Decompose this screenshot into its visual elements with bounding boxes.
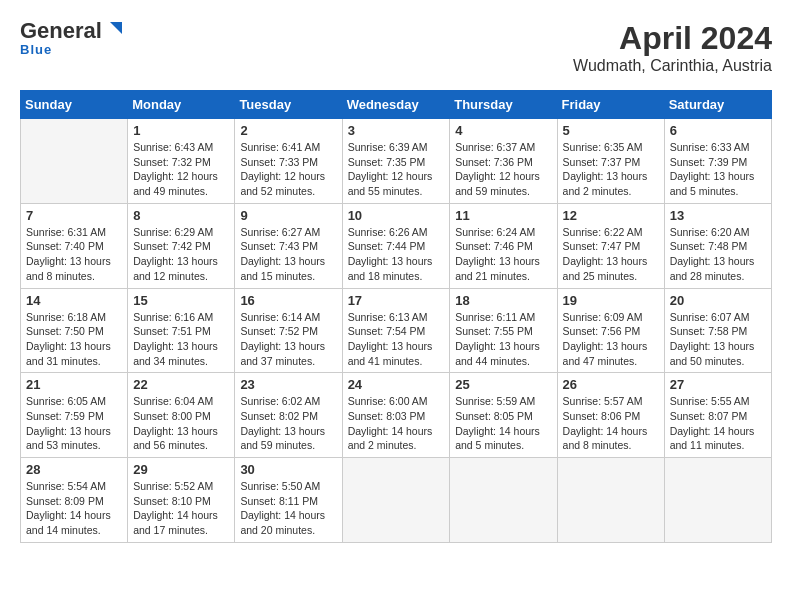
day-info: Sunrise: 5:54 AMSunset: 8:09 PMDaylight:… — [26, 479, 122, 538]
day-number: 14 — [26, 293, 122, 308]
day-info: Sunrise: 6:02 AMSunset: 8:02 PMDaylight:… — [240, 394, 336, 453]
calendar-cell — [342, 458, 450, 543]
day-number: 8 — [133, 208, 229, 223]
calendar-cell: 24Sunrise: 6:00 AMSunset: 8:03 PMDayligh… — [342, 373, 450, 458]
day-number: 10 — [348, 208, 445, 223]
title-area: April 2024 Wudmath, Carinthia, Austria — [573, 20, 772, 75]
day-number: 16 — [240, 293, 336, 308]
day-info: Sunrise: 6:31 AMSunset: 7:40 PMDaylight:… — [26, 225, 122, 284]
calendar-cell: 22Sunrise: 6:04 AMSunset: 8:00 PMDayligh… — [128, 373, 235, 458]
page-header: General Blue April 2024 Wudmath, Carinth… — [20, 20, 772, 75]
day-info: Sunrise: 6:14 AMSunset: 7:52 PMDaylight:… — [240, 310, 336, 369]
day-number: 24 — [348, 377, 445, 392]
col-thursday: Thursday — [450, 91, 557, 119]
logo-general: General — [20, 20, 102, 42]
day-info: Sunrise: 6:07 AMSunset: 7:58 PMDaylight:… — [670, 310, 766, 369]
day-info: Sunrise: 6:00 AMSunset: 8:03 PMDaylight:… — [348, 394, 445, 453]
day-number: 20 — [670, 293, 766, 308]
calendar-cell: 2Sunrise: 6:41 AMSunset: 7:33 PMDaylight… — [235, 119, 342, 204]
day-info: Sunrise: 6:26 AMSunset: 7:44 PMDaylight:… — [348, 225, 445, 284]
calendar-cell: 16Sunrise: 6:14 AMSunset: 7:52 PMDayligh… — [235, 288, 342, 373]
day-number: 21 — [26, 377, 122, 392]
day-info: Sunrise: 5:59 AMSunset: 8:05 PMDaylight:… — [455, 394, 551, 453]
col-monday: Monday — [128, 91, 235, 119]
day-number: 12 — [563, 208, 659, 223]
calendar-cell: 15Sunrise: 6:16 AMSunset: 7:51 PMDayligh… — [128, 288, 235, 373]
calendar-cell: 3Sunrise: 6:39 AMSunset: 7:35 PMDaylight… — [342, 119, 450, 204]
day-info: Sunrise: 5:52 AMSunset: 8:10 PMDaylight:… — [133, 479, 229, 538]
calendar-cell: 25Sunrise: 5:59 AMSunset: 8:05 PMDayligh… — [450, 373, 557, 458]
day-number: 17 — [348, 293, 445, 308]
calendar-cell: 7Sunrise: 6:31 AMSunset: 7:40 PMDaylight… — [21, 203, 128, 288]
day-number: 9 — [240, 208, 336, 223]
col-friday: Friday — [557, 91, 664, 119]
day-number: 26 — [563, 377, 659, 392]
day-info: Sunrise: 6:04 AMSunset: 8:00 PMDaylight:… — [133, 394, 229, 453]
day-info: Sunrise: 6:39 AMSunset: 7:35 PMDaylight:… — [348, 140, 445, 199]
calendar-week-row: 1Sunrise: 6:43 AMSunset: 7:32 PMDaylight… — [21, 119, 772, 204]
day-number: 30 — [240, 462, 336, 477]
logo: General Blue — [20, 20, 124, 57]
calendar-table: Sunday Monday Tuesday Wednesday Thursday… — [20, 90, 772, 543]
day-number: 11 — [455, 208, 551, 223]
calendar-cell — [557, 458, 664, 543]
day-info: Sunrise: 6:33 AMSunset: 7:39 PMDaylight:… — [670, 140, 766, 199]
calendar-cell: 23Sunrise: 6:02 AMSunset: 8:02 PMDayligh… — [235, 373, 342, 458]
svg-marker-0 — [110, 22, 122, 34]
calendar-cell: 28Sunrise: 5:54 AMSunset: 8:09 PMDayligh… — [21, 458, 128, 543]
calendar-title: April 2024 — [573, 20, 772, 57]
calendar-cell: 30Sunrise: 5:50 AMSunset: 8:11 PMDayligh… — [235, 458, 342, 543]
calendar-cell: 14Sunrise: 6:18 AMSunset: 7:50 PMDayligh… — [21, 288, 128, 373]
day-info: Sunrise: 6:37 AMSunset: 7:36 PMDaylight:… — [455, 140, 551, 199]
day-info: Sunrise: 6:18 AMSunset: 7:50 PMDaylight:… — [26, 310, 122, 369]
calendar-week-row: 14Sunrise: 6:18 AMSunset: 7:50 PMDayligh… — [21, 288, 772, 373]
col-saturday: Saturday — [664, 91, 771, 119]
calendar-week-row: 21Sunrise: 6:05 AMSunset: 7:59 PMDayligh… — [21, 373, 772, 458]
day-number: 19 — [563, 293, 659, 308]
day-info: Sunrise: 6:11 AMSunset: 7:55 PMDaylight:… — [455, 310, 551, 369]
col-wednesday: Wednesday — [342, 91, 450, 119]
day-info: Sunrise: 6:24 AMSunset: 7:46 PMDaylight:… — [455, 225, 551, 284]
day-number: 1 — [133, 123, 229, 138]
day-info: Sunrise: 6:20 AMSunset: 7:48 PMDaylight:… — [670, 225, 766, 284]
calendar-cell: 9Sunrise: 6:27 AMSunset: 7:43 PMDaylight… — [235, 203, 342, 288]
day-number: 18 — [455, 293, 551, 308]
calendar-cell: 4Sunrise: 6:37 AMSunset: 7:36 PMDaylight… — [450, 119, 557, 204]
day-info: Sunrise: 6:43 AMSunset: 7:32 PMDaylight:… — [133, 140, 229, 199]
day-number: 2 — [240, 123, 336, 138]
day-number: 25 — [455, 377, 551, 392]
day-info: Sunrise: 6:22 AMSunset: 7:47 PMDaylight:… — [563, 225, 659, 284]
day-info: Sunrise: 5:50 AMSunset: 8:11 PMDaylight:… — [240, 479, 336, 538]
day-number: 15 — [133, 293, 229, 308]
calendar-cell: 20Sunrise: 6:07 AMSunset: 7:58 PMDayligh… — [664, 288, 771, 373]
calendar-cell: 21Sunrise: 6:05 AMSunset: 7:59 PMDayligh… — [21, 373, 128, 458]
day-number: 7 — [26, 208, 122, 223]
day-info: Sunrise: 6:09 AMSunset: 7:56 PMDaylight:… — [563, 310, 659, 369]
calendar-cell: 19Sunrise: 6:09 AMSunset: 7:56 PMDayligh… — [557, 288, 664, 373]
calendar-cell: 18Sunrise: 6:11 AMSunset: 7:55 PMDayligh… — [450, 288, 557, 373]
calendar-cell — [664, 458, 771, 543]
calendar-cell: 8Sunrise: 6:29 AMSunset: 7:42 PMDaylight… — [128, 203, 235, 288]
day-info: Sunrise: 5:55 AMSunset: 8:07 PMDaylight:… — [670, 394, 766, 453]
day-number: 4 — [455, 123, 551, 138]
calendar-week-row: 28Sunrise: 5:54 AMSunset: 8:09 PMDayligh… — [21, 458, 772, 543]
day-number: 29 — [133, 462, 229, 477]
calendar-cell: 26Sunrise: 5:57 AMSunset: 8:06 PMDayligh… — [557, 373, 664, 458]
col-sunday: Sunday — [21, 91, 128, 119]
col-tuesday: Tuesday — [235, 91, 342, 119]
calendar-cell: 17Sunrise: 6:13 AMSunset: 7:54 PMDayligh… — [342, 288, 450, 373]
day-info: Sunrise: 6:13 AMSunset: 7:54 PMDaylight:… — [348, 310, 445, 369]
day-info: Sunrise: 5:57 AMSunset: 8:06 PMDaylight:… — [563, 394, 659, 453]
calendar-cell: 27Sunrise: 5:55 AMSunset: 8:07 PMDayligh… — [664, 373, 771, 458]
day-number: 3 — [348, 123, 445, 138]
calendar-cell: 5Sunrise: 6:35 AMSunset: 7:37 PMDaylight… — [557, 119, 664, 204]
calendar-cell: 11Sunrise: 6:24 AMSunset: 7:46 PMDayligh… — [450, 203, 557, 288]
calendar-cell — [450, 458, 557, 543]
day-info: Sunrise: 6:27 AMSunset: 7:43 PMDaylight:… — [240, 225, 336, 284]
calendar-cell: 6Sunrise: 6:33 AMSunset: 7:39 PMDaylight… — [664, 119, 771, 204]
calendar-cell: 12Sunrise: 6:22 AMSunset: 7:47 PMDayligh… — [557, 203, 664, 288]
day-number: 23 — [240, 377, 336, 392]
day-number: 27 — [670, 377, 766, 392]
day-number: 6 — [670, 123, 766, 138]
calendar-cell: 13Sunrise: 6:20 AMSunset: 7:48 PMDayligh… — [664, 203, 771, 288]
